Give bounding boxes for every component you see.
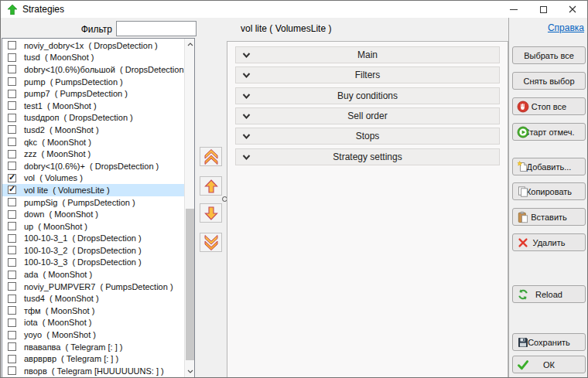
section-sell-order[interactable]: Sell order bbox=[235, 107, 500, 124]
item-checkbox[interactable] bbox=[8, 65, 16, 73]
item-checkbox[interactable] bbox=[8, 162, 16, 170]
item-checkbox[interactable] bbox=[8, 53, 16, 62]
item-checkbox[interactable] bbox=[8, 331, 16, 339]
list-item[interactable]: dobry<1(0.6%)+ ( DropsDetection ) bbox=[2, 160, 184, 172]
list-item[interactable]: tusd2 ( MoonShot ) bbox=[2, 124, 184, 136]
panel-divider bbox=[508, 18, 509, 377]
maximize-button[interactable] bbox=[528, 1, 558, 18]
list-item[interactable]: tusd ( MoonShot ) bbox=[2, 52, 184, 64]
scroll-down-button[interactable] bbox=[185, 366, 195, 377]
item-checkbox[interactable] bbox=[8, 114, 16, 122]
list-item[interactable]: vol ( Volumes ) bbox=[2, 172, 184, 185]
move-to-top-button[interactable] bbox=[200, 147, 222, 166]
item-checkbox[interactable] bbox=[8, 101, 16, 110]
section-buy-conditions[interactable]: Buy conditions bbox=[235, 87, 500, 104]
button-label: Старт отмеч. bbox=[524, 128, 575, 137]
item-checkbox[interactable] bbox=[8, 210, 16, 219]
section-stops[interactable]: Stops bbox=[235, 128, 500, 145]
ok-button[interactable]: ОК bbox=[512, 356, 586, 373]
list-item[interactable]: iota ( MoonShot ) bbox=[2, 317, 184, 329]
deselect-all-button[interactable]: Снять выбор bbox=[512, 72, 586, 90]
item-checkbox[interactable] bbox=[8, 355, 16, 363]
move-down-button[interactable] bbox=[200, 203, 222, 223]
item-checkbox[interactable] bbox=[8, 271, 16, 279]
item-checkbox[interactable] bbox=[8, 138, 16, 146]
item-label: тфм ( MoonShot ) bbox=[24, 306, 94, 315]
item-checkbox[interactable] bbox=[8, 258, 16, 267]
section-label: Buy conditions bbox=[236, 90, 499, 101]
double-down-arrow-icon bbox=[203, 234, 219, 251]
list-item[interactable]: tusd4 ( MoonShot ) bbox=[2, 292, 184, 305]
list-item[interactable]: zzz ( MoonShot ) bbox=[2, 148, 184, 160]
item-checkbox[interactable] bbox=[8, 318, 16, 327]
list-item[interactable]: down ( MoonShot ) bbox=[2, 208, 184, 220]
select-all-button[interactable]: Выбрать все bbox=[512, 46, 586, 64]
item-checkbox[interactable] bbox=[8, 295, 16, 303]
save-button[interactable]: Сохранить bbox=[512, 333, 586, 351]
item-checkbox[interactable] bbox=[8, 366, 16, 375]
list-item[interactable]: noviy_PUMPVER7 ( PumpsDetection ) bbox=[2, 281, 184, 293]
list-item[interactable]: tusdдроп ( DropsDetection ) bbox=[2, 112, 184, 124]
start-marked-button[interactable]: Старт отмеч. bbox=[512, 123, 586, 141]
move-up-button[interactable] bbox=[200, 176, 222, 196]
close-button[interactable] bbox=[558, 1, 587, 18]
list-item[interactable]: dobry<1(0.6%)большой ( DropsDetection ) bbox=[2, 63, 184, 76]
move-to-bottom-button[interactable] bbox=[200, 233, 222, 252]
minimize-button[interactable] bbox=[499, 1, 528, 18]
item-checkbox[interactable] bbox=[8, 90, 16, 98]
list-item[interactable]: аврврвр ( Telegram [: ] ) bbox=[2, 352, 184, 365]
save-icon bbox=[517, 336, 529, 349]
list-item[interactable]: 100-10-3_2 ( DropsDetection ) bbox=[2, 244, 184, 257]
start-icon bbox=[517, 126, 529, 138]
item-checkbox[interactable] bbox=[8, 198, 16, 206]
item-checkbox[interactable] bbox=[8, 234, 16, 243]
reload-button[interactable]: Reload bbox=[512, 285, 586, 303]
item-label: ada ( MoonShot ) bbox=[24, 270, 92, 279]
list-item[interactable]: up ( MoonShot ) bbox=[2, 220, 184, 233]
section-main[interactable]: Main bbox=[235, 46, 500, 63]
section-filters[interactable]: Filters bbox=[235, 66, 500, 83]
list-item[interactable]: pump ( PumpsDetection ) bbox=[2, 76, 184, 88]
list-item[interactable]: 100-10-3_3 ( DropsDetection ) bbox=[2, 257, 184, 269]
list-item[interactable]: пворв ( Telegram [HUUUUUUNS: ] ) bbox=[2, 365, 184, 377]
list-item[interactable]: ada ( MoonShot ) bbox=[2, 268, 184, 281]
item-checkbox[interactable] bbox=[8, 342, 16, 351]
list-item[interactable]: noviy_dobry<1x ( DropsDetection ) bbox=[2, 39, 184, 52]
list-item[interactable]: 100-10-3_1 ( DropsDetection ) bbox=[2, 233, 184, 245]
up-arrow-icon bbox=[203, 179, 219, 194]
item-checkbox[interactable] bbox=[8, 125, 16, 134]
list-item[interactable]: тфм ( MoonShot ) bbox=[2, 305, 184, 317]
item-checkbox[interactable] bbox=[8, 186, 16, 194]
list-item[interactable]: test1 ( MoonShot ) bbox=[2, 100, 184, 112]
list-item[interactable]: qkc ( MoonShot ) bbox=[2, 136, 184, 148]
item-checkbox[interactable] bbox=[8, 306, 16, 315]
list-item[interactable]: vol lite ( VolumesLite ) bbox=[2, 184, 184, 196]
item-label: пворв ( Telegram [HUUUUUUNS: ] ) bbox=[24, 366, 164, 376]
list-item[interactable]: yoyo ( MoonShot ) bbox=[2, 329, 184, 341]
copy-button[interactable]: Копировать bbox=[512, 182, 586, 200]
delete-button[interactable]: Удалить bbox=[512, 233, 586, 251]
list-item[interactable]: пвавапва ( Telegram [: ] ) bbox=[2, 341, 184, 353]
add-button[interactable]: Добавить... bbox=[512, 158, 586, 175]
section-strategy-settings[interactable]: Strategy settings bbox=[235, 148, 500, 165]
item-label: pump7 ( PumpsDetection ) bbox=[24, 89, 128, 98]
list-item[interactable]: pump7 ( PumpsDetection ) bbox=[2, 87, 184, 100]
item-checkbox[interactable] bbox=[8, 150, 16, 158]
item-label: 100-10-3_1 ( DropsDetection ) bbox=[24, 233, 142, 243]
item-label: zzz ( MoonShot ) bbox=[24, 149, 91, 158]
item-checkbox[interactable] bbox=[8, 174, 16, 182]
list-scrollbar[interactable] bbox=[184, 39, 194, 377]
paste-button[interactable]: Вставить bbox=[512, 208, 586, 226]
stop-all-button[interactable]: Стоп все bbox=[512, 97, 586, 115]
item-checkbox[interactable] bbox=[8, 282, 16, 291]
item-checkbox[interactable] bbox=[8, 77, 16, 86]
item-checkbox[interactable] bbox=[8, 222, 16, 230]
help-link[interactable]: Справка bbox=[548, 22, 584, 33]
item-checkbox[interactable] bbox=[8, 41, 16, 49]
filter-input[interactable] bbox=[116, 21, 197, 36]
list-item[interactable]: pumpSig ( PumpsDetection ) bbox=[2, 196, 184, 209]
item-checkbox[interactable] bbox=[8, 246, 16, 254]
scroll-thumb[interactable] bbox=[186, 209, 194, 360]
scroll-up-button[interactable] bbox=[185, 39, 195, 50]
titlebar: Strategies bbox=[1, 1, 587, 18]
